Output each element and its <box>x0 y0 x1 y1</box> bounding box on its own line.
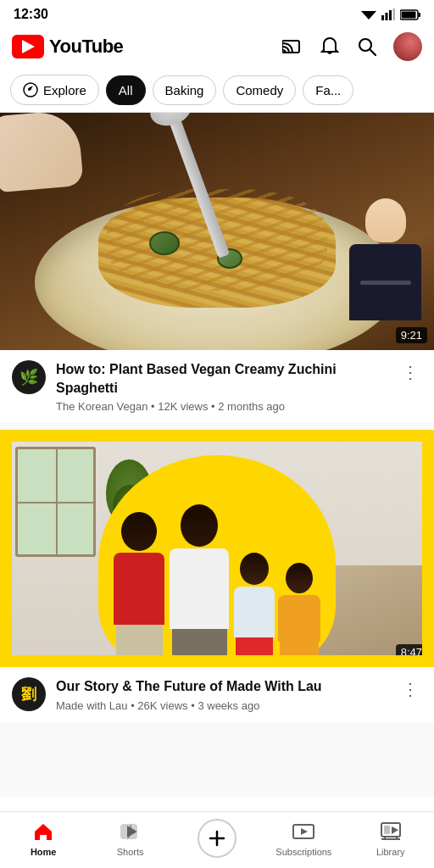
video-thumbnail[interactable]: 9:21 <box>0 113 434 350</box>
channel-avatar[interactable]: 劉 <box>12 677 46 711</box>
thumbnail-image <box>0 113 434 350</box>
filter-more-chip[interactable]: Fa... <box>303 75 353 105</box>
wifi-icon <box>361 8 376 20</box>
battery-icon <box>400 9 420 20</box>
signal-icon <box>381 8 395 20</box>
video-thumbnail[interactable]: 8:47 <box>0 430 434 667</box>
search-button[interactable] <box>356 36 378 58</box>
svg-rect-4 <box>393 8 396 20</box>
svg-rect-3 <box>389 10 392 20</box>
channel-avatar[interactable]: 🌿 <box>12 360 46 394</box>
channel-name[interactable]: The Korean Vegan <box>56 400 147 413</box>
channel-name[interactable]: Made with Lau <box>56 699 128 712</box>
shorts-icon <box>119 820 142 843</box>
explore-chip[interactable]: Explore <box>10 75 99 105</box>
video-title[interactable]: How to: Plant Based Vegan Creamy Zuchini… <box>56 360 388 397</box>
filter-bar: Explore All Baking Comedy Fa... <box>0 70 434 113</box>
svg-rect-1 <box>381 15 384 20</box>
svg-rect-7 <box>402 11 416 18</box>
youtube-logo-icon <box>12 35 44 58</box>
thumbnail-image <box>0 430 434 667</box>
user-avatar[interactable] <box>393 32 422 61</box>
cast-button[interactable] <box>281 36 303 58</box>
svg-marker-12 <box>27 85 34 92</box>
bottom-navigation: Home Shorts Subscript <box>0 811 434 868</box>
nav-library[interactable]: Library <box>361 820 420 857</box>
app-title: YouTube <box>49 36 123 58</box>
svg-marker-16 <box>301 828 308 835</box>
library-icon <box>379 820 403 843</box>
view-count: 26K views <box>137 699 187 712</box>
svg-rect-2 <box>386 13 388 20</box>
video-card: 9:21 🌿 How to: Plant Based Vegan Creamy … <box>0 113 434 423</box>
video-subtitle: Made with Lau • 26K views • 3 weeks ago <box>56 699 388 712</box>
app-header: YouTube <box>0 25 434 70</box>
filter-baking-chip[interactable]: Baking <box>153 75 217 105</box>
status-time: 12:30 <box>14 7 48 22</box>
nav-home-label: Home <box>31 847 57 857</box>
view-count: 12K views <box>158 400 208 413</box>
video-age: 2 months ago <box>218 400 285 413</box>
duration-badge: 9:21 <box>396 327 427 343</box>
nav-shorts[interactable]: Shorts <box>101 820 160 857</box>
svg-line-10 <box>370 50 376 56</box>
video-age: 3 weeks ago <box>198 699 259 712</box>
svg-marker-0 <box>361 11 376 19</box>
status-icons <box>361 8 420 20</box>
filter-comedy-chip[interactable]: Comedy <box>223 75 296 105</box>
notifications-button[interactable] <box>319 36 341 58</box>
nav-subscriptions[interactable]: Subscriptions <box>274 820 333 857</box>
create-button[interactable] <box>198 819 236 858</box>
compass-icon <box>23 82 38 97</box>
video-meta: Our Story & The Future of Made With Lau … <box>56 677 388 712</box>
home-icon <box>31 820 55 843</box>
avatar-image <box>393 32 422 61</box>
video-info: 🌿 How to: Plant Based Vegan Creamy Zuchi… <box>0 350 434 423</box>
nav-home[interactable]: Home <box>14 820 73 857</box>
youtube-logo[interactable]: YouTube <box>12 35 123 58</box>
nav-create[interactable] <box>187 819 247 858</box>
svg-rect-6 <box>419 13 421 17</box>
nav-library-label: Library <box>376 847 405 857</box>
status-bar: 12:30 <box>0 0 434 25</box>
header-actions <box>281 32 422 61</box>
nav-shorts-label: Shorts <box>117 847 144 857</box>
video-title[interactable]: Our Story & The Future of Made With Lau <box>56 677 388 696</box>
video-card: 8:47 劉 Our Story & The Future of Made Wi… <box>0 430 434 722</box>
filter-all-chip[interactable]: All <box>106 75 146 105</box>
svg-marker-22 <box>392 826 398 834</box>
video-subtitle: The Korean Vegan • 12K views • 2 months … <box>56 400 388 413</box>
channel-symbol: 劉 <box>21 684 36 704</box>
video-info: 劉 Our Story & The Future of Made With La… <box>0 667 434 722</box>
video-feed: 9:21 🌿 How to: Plant Based Vegan Creamy … <box>0 113 434 797</box>
separator: • <box>151 400 158 413</box>
duration-badge: 8:47 <box>396 644 427 660</box>
video-menu-button[interactable]: ⋮ <box>398 360 422 384</box>
video-menu-button[interactable]: ⋮ <box>398 677 422 701</box>
video-meta: How to: Plant Based Vegan Creamy Zuchini… <box>56 360 388 413</box>
svg-rect-18 <box>384 826 390 834</box>
nav-subscriptions-label: Subscriptions <box>275 847 331 857</box>
subscriptions-icon <box>292 820 315 843</box>
